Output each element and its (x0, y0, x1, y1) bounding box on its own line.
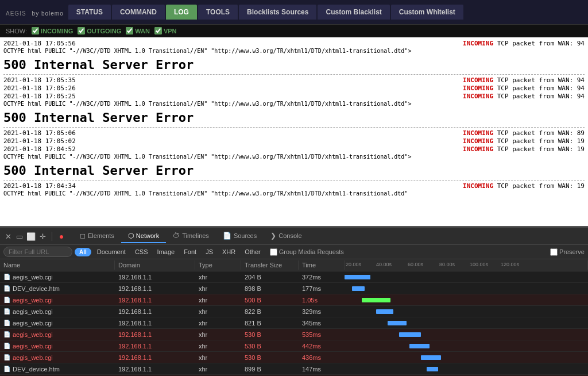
tab-sources[interactable]: 📄 Sources (216, 229, 264, 243)
network-table-header: Name Domain Type Transfer Size Time 20.0… (0, 259, 588, 271)
tab-console[interactable]: ❯ Console (264, 229, 308, 243)
tab-blocklists[interactable]: Blocklists Sources (239, 5, 316, 20)
tab-log[interactable]: LOG (166, 5, 197, 20)
cell-type: xhr (195, 331, 241, 339)
filter-document[interactable]: Document (94, 247, 129, 256)
cell-size: 821 B (241, 319, 299, 327)
waterfall-bar (388, 321, 407, 325)
cell-time: 535ms (299, 331, 345, 339)
cell-size: 899 B (241, 365, 299, 373)
cell-type: xhr (195, 285, 241, 293)
table-row[interactable]: 📄 aegis_web.cgi 192.168.1.1 xhr 822 B 32… (0, 306, 588, 317)
cell-time: 329ms (299, 308, 345, 316)
network-rows: 📄 aegis_web.cgi 192.168.1.1 xhr 204 B 37… (0, 271, 588, 376)
cell-domain: 192.168.1.1 (115, 365, 195, 373)
check-vpn[interactable]: VPN (154, 27, 177, 34)
cell-waterfall (345, 283, 588, 294)
filter-css[interactable]: CSS (131, 247, 152, 256)
network-table: Name Domain Type Transfer Size Time 20.0… (0, 259, 588, 376)
toolbar-separator (52, 232, 52, 241)
tab-timelines[interactable]: ⏱ Timelines (166, 229, 216, 243)
maximize-icon[interactable]: ⬜ (26, 232, 36, 241)
col-waterfall: 20.00s 40.00s 60.00s 80.00s 100.00s 120.… (345, 260, 588, 270)
waterfall-bar (399, 332, 421, 337)
cell-domain: 192.168.1.1 (115, 273, 195, 281)
cell-domain: 192.168.1.1 (115, 354, 195, 362)
filter-other[interactable]: Other (241, 247, 264, 256)
file-icon: 📄 (3, 308, 10, 314)
filter-js[interactable]: JS (202, 247, 216, 256)
cell-time: 345ms (299, 319, 345, 327)
table-row[interactable]: 📄 DEV_device.htm 192.168.1.1 xhr 898 B 1… (0, 283, 588, 294)
tab-custom-whitelist[interactable]: Custom Whitelist (391, 5, 463, 20)
table-row[interactable]: 📄 aegis_web.cgi 192.168.1.1 xhr 530 B 43… (0, 352, 588, 363)
minimize-icon[interactable]: ▭ (15, 232, 24, 241)
table-row[interactable]: 📄 aegis_web.cgi 192.168.1.1 xhr 530 B 53… (0, 329, 588, 340)
cell-waterfall (345, 363, 588, 374)
table-row[interactable]: 📄 aegis_web.cgi 192.168.1.1 xhr 204 B 37… (0, 271, 588, 283)
cell-type: xhr (195, 319, 241, 327)
cell-time: 1.05s (299, 296, 345, 304)
table-row[interactable]: 📄 aegis_web.cgi 192.168.1.1 xhr 821 B 34… (0, 317, 588, 329)
error-badge: ● (57, 232, 66, 241)
log-error-2: 500 Internal Server Error (3, 110, 585, 125)
divider-1 (3, 74, 585, 75)
cell-type: xhr (195, 365, 241, 373)
cell-domain: 192.168.1.1 (115, 342, 195, 350)
cell-name: 📄 aegis_web.cgi (0, 308, 115, 316)
check-incoming[interactable]: INCOMING (32, 27, 73, 34)
cell-waterfall (345, 340, 588, 351)
filter-url-input[interactable] (3, 247, 72, 257)
tab-command[interactable]: COMMAND (112, 5, 165, 20)
cell-name: 📄 aegis_web.cgi (0, 296, 115, 304)
waterfall-bar (376, 309, 393, 314)
log-line: 2021-01-18 17:05:56 INCOMING TCP packet … (3, 40, 585, 47)
tab-status[interactable]: STATUS (68, 5, 111, 20)
cell-type: xhr (195, 354, 241, 362)
sources-icon: 📄 (223, 232, 231, 240)
cell-name: 📄 DEV_device.htm (0, 365, 115, 373)
cell-size: 204 B (241, 273, 299, 281)
log-block-2: 2021-01-18 17:05:35 INCOMING TCP packet … (3, 76, 585, 107)
cell-name: 📄 DEV_device.htm (0, 285, 115, 293)
cell-waterfall (345, 271, 588, 282)
table-row[interactable]: 📄 DEV_device.htm 192.168.1.1 xhr 899 B 1… (0, 363, 588, 375)
log-line: 2021-01-18 17:05:26 INCOMING TCP packet … (3, 85, 585, 92)
close-icon[interactable]: ✕ (3, 232, 13, 241)
tab-elements[interactable]: ◻ Elements (73, 229, 121, 243)
check-wan[interactable]: WAN (126, 27, 150, 34)
all-filter-button[interactable]: All (75, 248, 91, 256)
dock-icon[interactable]: ✛ (38, 232, 47, 241)
log-line: 2021-01-18 17:04:34 INCOMING TCP packet … (3, 182, 585, 190)
waterfall-bar (427, 367, 438, 371)
top-bar: AEGIS by bolemo STATUS COMMAND LOG TOOLS… (0, 0, 588, 25)
tab-custom-blacklist[interactable]: Custom Blacklist (318, 5, 389, 20)
waterfall-bar (352, 286, 365, 291)
tab-network[interactable]: ⬡ Network (121, 229, 166, 243)
waterfall-bar (421, 355, 441, 360)
preserve-check[interactable]: Preserve (550, 248, 585, 256)
file-icon: 📄 (3, 297, 10, 303)
cell-waterfall (345, 329, 588, 340)
timelines-icon: ⏱ (173, 232, 180, 240)
cell-size: 822 B (241, 308, 299, 316)
filter-font[interactable]: Font (180, 247, 200, 256)
filter-image[interactable]: Image (154, 247, 179, 256)
table-row[interactable]: 📄 aegis_web.cgi 192.168.1.1 xhr 500 B 1.… (0, 294, 588, 306)
file-icon: 📄 (3, 285, 10, 291)
group-media-check[interactable]: Group Media Requests (270, 248, 344, 256)
nav-tabs: STATUS COMMAND LOG TOOLS Blocklists Sour… (68, 5, 463, 20)
check-outgoing[interactable]: OUTGOING (78, 27, 121, 34)
file-icon: 📄 (3, 366, 10, 372)
tab-tools[interactable]: TOOLS (198, 5, 238, 20)
waterfall-bar (409, 344, 430, 348)
log-block-1: 2021-01-18 17:05:56 INCOMING TCP packet … (3, 40, 585, 54)
devtools-panel: ✕ ▭ ⬜ ✛ ● ◻ Elements ⬡ Network ⏱ Timelin… (0, 227, 588, 376)
cell-domain: 192.168.1.1 (115, 285, 195, 293)
cell-name: 📄 aegis_web.cgi (0, 331, 115, 339)
filter-xhr[interactable]: XHR (219, 247, 239, 256)
table-row[interactable]: 📄 aegis_web.cgi 192.168.1.1 xhr 530 B 44… (0, 340, 588, 352)
elements-icon: ◻ (80, 232, 86, 240)
cell-waterfall (345, 317, 588, 328)
cell-size: 530 B (241, 331, 299, 339)
